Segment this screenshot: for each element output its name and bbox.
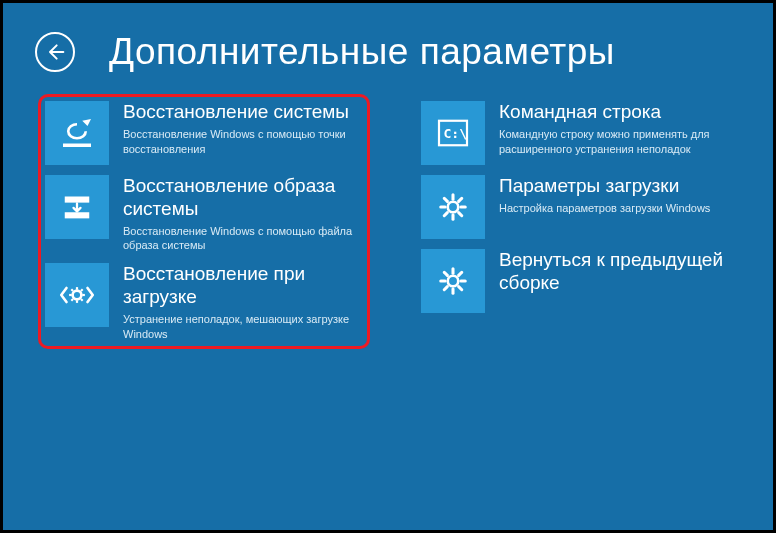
option-startup-repair[interactable]: Восстановление при загрузке Устранение н…: [45, 263, 363, 341]
svg-line-7: [71, 290, 73, 292]
option-startup-settings[interactable]: Параметры загрузки Настройка параметров …: [421, 175, 739, 239]
svg-point-22: [448, 276, 459, 287]
svg-line-20: [459, 198, 462, 201]
system-restore-icon: [45, 101, 109, 165]
option-text: Командная строка Командную строку можно …: [499, 101, 739, 156]
header: Дополнительные параметры: [3, 3, 773, 93]
option-text: Восстановление при загрузке Устранение н…: [123, 263, 363, 341]
svg-line-27: [444, 272, 447, 275]
image-recovery-icon: [45, 175, 109, 239]
option-title: Восстановление системы: [123, 101, 363, 124]
svg-point-2: [73, 291, 82, 300]
svg-line-10: [71, 299, 73, 301]
command-prompt-icon: C:\: [421, 101, 485, 165]
option-text: Восстановление системы Восстановление Wi…: [123, 101, 363, 156]
option-title: Параметры загрузки: [499, 175, 710, 198]
svg-line-30: [444, 287, 447, 290]
option-command-prompt[interactable]: C:\ Командная строка Командную строку мо…: [421, 101, 739, 165]
options-column-left: Восстановление системы Восстановление Wi…: [45, 101, 363, 342]
option-text: Параметры загрузки Настройка параметров …: [499, 175, 710, 216]
option-desc: Восстановление Windows с помощью файла о…: [123, 224, 363, 254]
advanced-options-screen: Дополнительные параметры Восстановление …: [3, 3, 773, 530]
option-desc: Восстановление Windows с помощью точки в…: [123, 127, 363, 157]
options-grid: Восстановление системы Восстановление Wi…: [3, 93, 773, 342]
svg-text:C:\: C:\: [443, 126, 467, 141]
option-title: Вернуться к предыдущей сборке: [499, 249, 739, 295]
option-go-back-previous-build[interactable]: Вернуться к предыдущей сборке: [421, 249, 739, 313]
options-column-right: C:\ Командная строка Командную строку мо…: [421, 101, 739, 342]
svg-line-21: [444, 213, 447, 216]
svg-line-19: [459, 213, 462, 216]
svg-rect-0: [65, 197, 90, 203]
svg-line-29: [459, 272, 462, 275]
svg-line-28: [459, 287, 462, 290]
option-title: Восстановление при загрузке: [123, 263, 363, 309]
option-title: Восстановление образа системы: [123, 175, 363, 221]
option-desc: Командную строку можно применять для рас…: [499, 127, 739, 157]
svg-point-13: [448, 202, 459, 213]
arrow-left-icon: [45, 42, 65, 62]
option-desc: Настройка параметров загрузки Windows: [499, 201, 710, 216]
page-title: Дополнительные параметры: [109, 31, 615, 73]
back-button[interactable]: [35, 32, 75, 72]
option-desc: Устранение неполадок, мешающих загрузке …: [123, 312, 363, 342]
highlight-box: Восстановление системы Восстановление Wi…: [38, 94, 370, 349]
option-text: Восстановление образа системы Восстановл…: [123, 175, 363, 253]
startup-repair-icon: [45, 263, 109, 327]
gear-icon: [421, 249, 485, 313]
option-system-image-recovery[interactable]: Восстановление образа системы Восстановл…: [45, 175, 363, 253]
svg-line-9: [81, 290, 83, 292]
svg-line-18: [444, 198, 447, 201]
option-title: Командная строка: [499, 101, 739, 124]
svg-rect-1: [65, 212, 90, 218]
gear-icon: [421, 175, 485, 239]
option-text: Вернуться к предыдущей сборке: [499, 249, 739, 298]
svg-line-8: [81, 299, 83, 301]
option-system-restore[interactable]: Восстановление системы Восстановление Wi…: [45, 101, 363, 165]
